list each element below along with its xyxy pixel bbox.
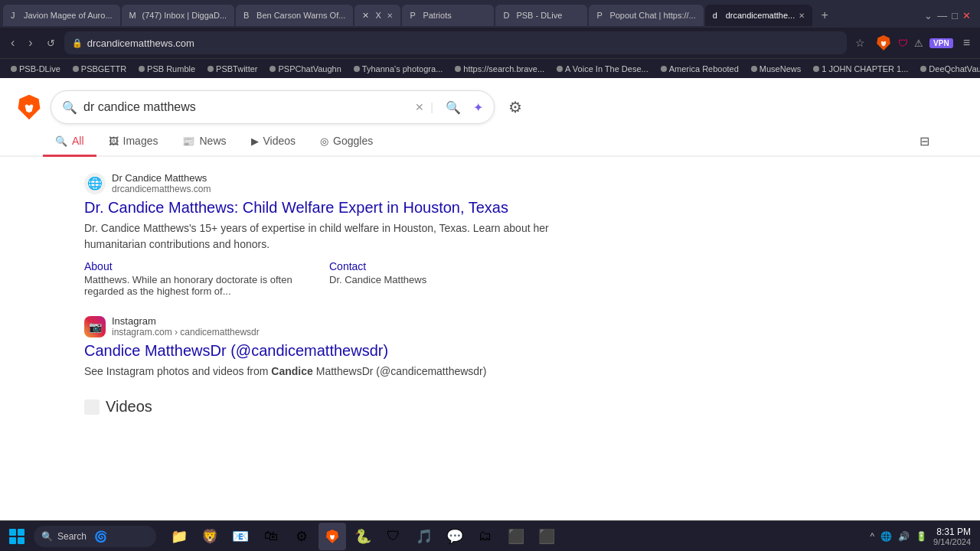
search-input[interactable] — [83, 100, 409, 114]
bookmark-psb-dlive[interactable]: PSB-DLive — [6, 63, 65, 75]
bookmark-label: PSPChatVaughn — [278, 64, 341, 73]
tray-battery[interactable]: 🔋 — [916, 531, 927, 542]
instagram-icon: 📷 — [89, 321, 102, 333]
tab-6-title: PSB - DLive — [516, 11, 562, 20]
tray-chevron[interactable]: ^ — [870, 531, 874, 542]
taskbar-app-apps[interactable]: ⬛ — [533, 523, 560, 550]
taskbar-app-terminal[interactable]: ⬛ — [502, 523, 530, 550]
bookmark-psbgettr[interactable]: PSBGETTR — [68, 63, 131, 75]
taskbar-app-python[interactable]: 🐍 — [349, 523, 377, 550]
tab-8-favicon: d — [713, 11, 722, 20]
result-2-source-url: instagram.com › candicematthewsdr — [112, 327, 260, 337]
tab-4[interactable]: ✕ X ✕ — [354, 5, 400, 26]
taskbar-app-chat[interactable]: 💬 — [441, 523, 469, 550]
search-results: 🌐 Dr Candice Matthews drcandicematthews.… — [0, 157, 689, 431]
tab-8[interactable]: d drcandicematthe... ✕ — [705, 5, 813, 26]
search-tabs: 🔍 All 🖼 Images 📰 News ▶ Videos ◎ Goggles… — [0, 127, 980, 157]
tab-3[interactable]: B Ben Carson Warns Of... — [236, 5, 353, 26]
taskbar-app-browser[interactable]: 🦁 — [196, 523, 224, 550]
bookmark-john-chapter[interactable]: 1 JOHN CHAPTER 1... — [808, 63, 913, 75]
address-input[interactable] — [87, 37, 839, 49]
result-2-source-info: Instagram instagram.com › candicematthew… — [112, 315, 260, 337]
result-1-about-link[interactable]: About — [84, 260, 113, 272]
bookmark-label: A Voice In The Dese... — [565, 64, 648, 73]
search-button-icon[interactable]: 🔍 — [439, 100, 467, 115]
result-2-title[interactable]: Candice MatthewsDr (@candicematthewsdr) — [84, 342, 388, 359]
forward-button[interactable]: › — [24, 33, 37, 53]
brave-search-logo — [15, 93, 43, 121]
tab-images[interactable]: 🖼 Images — [96, 127, 171, 157]
start-button[interactable] — [3, 523, 31, 550]
bookmark-voice-desert[interactable]: A Voice In The Dese... — [552, 63, 653, 75]
clear-search-icon[interactable]: ✕ — [415, 101, 424, 113]
taskbar-app-music[interactable]: 🎵 — [410, 523, 438, 550]
tab-news[interactable]: 📰 News — [170, 127, 238, 157]
videos-tab-icon: ▶ — [251, 135, 259, 147]
taskbar-apps: 📁 🦁 📧 🛍 ⚙ 🐍 🛡 🎵 💬 🗂 ⬛ ⬛ — [165, 523, 560, 550]
close-window-icon[interactable]: ✕ — [962, 10, 971, 21]
result-1-link-contact: Contact Dr. Candice Matthews — [329, 260, 426, 297]
tab-goggles[interactable]: ◎ Goggles — [308, 127, 385, 157]
taskbar-app-explorer[interactable]: 🗂 — [472, 523, 499, 550]
tray-network[interactable]: 🌐 — [880, 531, 892, 542]
tab-videos[interactable]: ▶ Videos — [239, 127, 309, 157]
bookmark-icon — [751, 66, 757, 72]
new-tab-button[interactable]: + — [814, 5, 835, 26]
tab-5[interactable]: P Patriots — [402, 5, 494, 26]
tab-all[interactable]: 🔍 All — [43, 127, 96, 157]
ai-search-icon[interactable]: ✦ — [473, 100, 483, 115]
tab-4-title: X — [375, 11, 381, 20]
clock-time: 8:31 PM — [933, 527, 971, 537]
nav-bar: ‹ › ↺ 🔒 ☆ 🛡 ⚠ VPN ≡ — [0, 28, 980, 58]
taskbar-app-files[interactable]: 📁 — [165, 523, 193, 550]
taskbar-clock[interactable]: 8:31 PM 9/14/2024 — [933, 527, 971, 546]
vpn-badge[interactable]: VPN — [929, 38, 953, 48]
taskbar-app-store[interactable]: 🛍 — [257, 523, 285, 550]
taskbar-app-shield[interactable]: 🛡 — [380, 523, 407, 550]
bookmarks-bar: PSB-DLive PSBGETTR PSB Rumble PSBTwitter… — [0, 58, 980, 78]
bookmark-america-rebooted[interactable]: America Rebooted — [656, 63, 743, 75]
tab-5-favicon: P — [410, 11, 419, 20]
tab-1-favicon: J — [11, 11, 20, 20]
search-settings-icon[interactable]: ⚙ — [508, 98, 522, 116]
tab-7-title: Popout Chat | https://... — [609, 11, 695, 20]
videos-label: Videos — [106, 398, 152, 416]
filter-button[interactable]: ⊟ — [912, 129, 937, 153]
tab-7-favicon: P — [596, 11, 606, 20]
bookmark-label: PSB-DLive — [19, 64, 60, 73]
bookmark-icon — [557, 66, 563, 72]
all-tab-icon: 🔍 — [55, 135, 67, 147]
tab-6[interactable]: D PSB - DLive — [495, 5, 587, 26]
alert-icon[interactable]: ⚠ — [914, 37, 923, 49]
taskbar-search[interactable]: 🔍 Search 🌀 — [34, 526, 156, 547]
bookmark-pspchatvaughn[interactable]: PSPChatVaughn — [265, 63, 345, 75]
bookmark-psb-rumble[interactable]: PSB Rumble — [134, 63, 200, 75]
tab-list-icon[interactable]: ⌄ — [924, 10, 933, 21]
settings-icon[interactable]: ≡ — [959, 34, 974, 52]
maximize-icon[interactable]: □ — [952, 10, 958, 21]
bookmark-icon — [139, 66, 145, 72]
back-button[interactable]: ‹ — [6, 33, 19, 53]
taskbar-app-mail[interactable]: 📧 — [227, 523, 254, 550]
tab-2[interactable]: M (747) Inbox | DiggaD... — [122, 5, 234, 26]
result-1-contact-link[interactable]: Contact — [329, 260, 366, 272]
tab-4-close-icon[interactable]: ✕ — [387, 11, 393, 20]
taskbar-app-brave[interactable] — [318, 523, 346, 550]
brave-logo — [875, 34, 892, 51]
bookmark-musenews[interactable]: MuseNews — [746, 63, 805, 75]
reload-button[interactable]: ↺ — [42, 34, 60, 52]
bookmark-icon[interactable]: ☆ — [851, 34, 869, 51]
minimize-icon[interactable]: — — [937, 10, 947, 21]
tab-8-close-icon[interactable]: ✕ — [799, 11, 805, 20]
bookmark-deeqchat[interactable]: DeeQchatVaughn — [916, 63, 980, 75]
result-1-title[interactable]: Dr. Candice Matthews: Child Welfare Expe… — [84, 199, 508, 216]
tab-1[interactable]: J Javion Magee of Auro... — [3, 5, 120, 26]
result-2-description: See Instagram photos and videos from Can… — [84, 364, 605, 380]
bookmark-psbtwitter[interactable]: PSBTwitter — [203, 63, 262, 75]
tray-sound[interactable]: 🔊 — [898, 531, 910, 542]
search-query-icon: 🔍 — [62, 100, 77, 115]
bookmark-brave-search[interactable]: https://search.brave... — [450, 63, 549, 75]
taskbar-app-gear[interactable]: ⚙ — [288, 523, 315, 550]
tab-7[interactable]: P Popout Chat | https://... — [589, 5, 703, 26]
bookmark-tyhanna[interactable]: Tyhanna's photogra... — [349, 63, 447, 75]
